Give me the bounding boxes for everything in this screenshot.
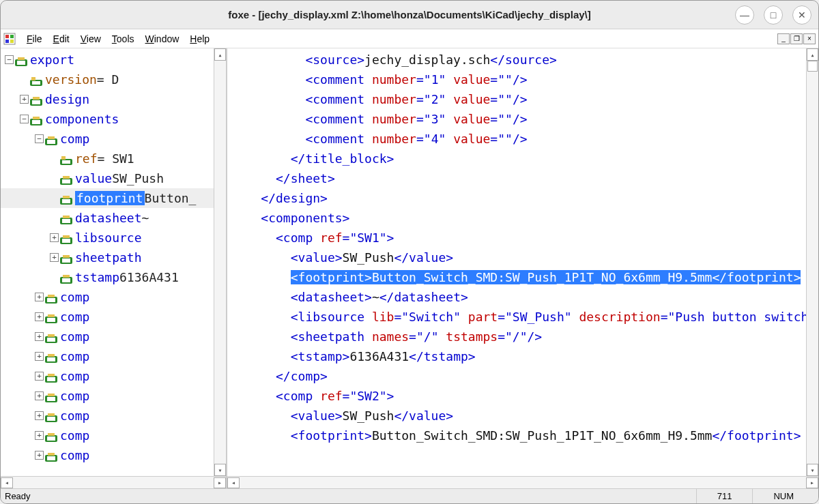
scroll-track[interactable] (214, 61, 226, 464)
scroll-left-icon[interactable]: ◂ (227, 477, 240, 488)
xml-line[interactable]: <comment number="3" value=""/> (227, 109, 818, 129)
xml-line[interactable]: <footprint>Button_Switch_SMD:SW_Push_1P1… (227, 426, 818, 445)
tree-row[interactable]: −export (1, 50, 226, 70)
expand-icon[interactable]: + (35, 391, 44, 400)
maximize-button[interactable]: □ (764, 5, 783, 25)
xml-body[interactable]: <source>jechy_display.sch</source> <comm… (227, 48, 818, 476)
tree-node-label: comp (60, 369, 89, 383)
tree-node-label: comp (60, 448, 89, 462)
tree-row[interactable]: +libsource (1, 228, 226, 248)
xml-line[interactable]: <comment number="2" value=""/> (227, 89, 818, 109)
svg-rect-55 (48, 374, 55, 376)
menu-edit[interactable]: Edit (48, 32, 75, 46)
xml-line[interactable]: <components> (227, 208, 818, 228)
expand-icon[interactable]: + (35, 372, 44, 381)
xml-line[interactable]: <source>jechy_display.sch</source> (227, 50, 818, 70)
xml-line[interactable]: <tstamp>6136A431</tstamp> (227, 346, 818, 366)
xml-vertical-scrollbar[interactable]: ▴ ▾ (806, 48, 818, 476)
svg-rect-2 (10, 35, 14, 38)
xml-line[interactable]: </comp> (227, 366, 818, 386)
tree-row[interactable]: +comp (1, 287, 226, 307)
tree-row[interactable]: footprint Button_ (1, 188, 226, 208)
xml-line[interactable]: <libsource lib="Switch" part="SW_Push" d… (227, 307, 818, 327)
scroll-right-icon[interactable]: ▸ (806, 477, 818, 488)
xml-line[interactable]: </design> (227, 188, 818, 208)
window-controls: — □ ✕ (735, 5, 811, 25)
tree-row[interactable]: −comp (1, 129, 226, 149)
tree-row[interactable]: +comp (1, 445, 226, 465)
tree-horizontal-scrollbar[interactable]: ◂ ▸ (1, 476, 226, 488)
status-position: 711 (696, 489, 753, 503)
tree-row[interactable]: +sheetpath (1, 248, 226, 267)
scroll-thumb[interactable] (807, 61, 818, 72)
tree-row[interactable]: ref = SW1 (1, 149, 226, 168)
tree-row[interactable]: +comp (1, 426, 226, 445)
collapse-icon[interactable]: − (35, 134, 44, 143)
xml-line[interactable]: <comp ref="SW2"> (227, 386, 818, 406)
scroll-left-icon[interactable]: ◂ (1, 477, 13, 488)
menu-help[interactable]: Help (184, 32, 215, 46)
mdi-restore-button[interactable]: ❐ (790, 33, 803, 44)
tree-row[interactable]: +comp (1, 327, 226, 346)
tree-row[interactable]: +comp (1, 307, 226, 327)
menu-view[interactable]: View (75, 32, 106, 46)
expand-icon[interactable]: + (50, 233, 59, 242)
expand-icon[interactable]: + (35, 312, 44, 321)
tree-row[interactable]: version = D (1, 70, 226, 89)
xml-line[interactable]: <comment number="1" value=""/> (227, 70, 818, 89)
xml-line[interactable]: <value>SW_Push</value> (227, 248, 818, 267)
scroll-up-icon[interactable]: ▴ (807, 48, 818, 61)
xml-line[interactable]: <comp ref="SW1"> (227, 228, 818, 248)
svg-rect-54 (47, 377, 55, 381)
tree-node-label: footprint (75, 191, 145, 205)
scroll-down-icon[interactable]: ▾ (807, 464, 818, 476)
menu-tools[interactable]: Tools (106, 32, 140, 46)
xml-line[interactable]: </sheet> (227, 168, 818, 188)
tree-row[interactable]: −components (1, 109, 226, 129)
tree-vertical-scrollbar[interactable]: ▴ ▾ (214, 48, 226, 476)
menu-window[interactable]: Window (140, 32, 185, 46)
xml-horizontal-scrollbar[interactable]: ◂ ▸ (227, 476, 818, 488)
tree-row[interactable]: datasheet ~ (1, 208, 226, 228)
tree-node-label: datasheet (75, 211, 142, 225)
mdi-minimize-button[interactable]: _ (777, 33, 790, 44)
xml-line[interactable]: <footprint>Button_Switch_SMD:SW_Push_1P1… (227, 267, 818, 287)
tree-row[interactable]: value SW_Push (1, 168, 226, 188)
close-button[interactable]: ✕ (792, 5, 811, 25)
expand-icon[interactable]: + (50, 253, 59, 262)
scroll-right-icon[interactable]: ▸ (214, 477, 226, 488)
collapse-icon[interactable]: − (20, 115, 29, 123)
xml-line[interactable]: </title_block> (227, 149, 818, 168)
tree-row[interactable]: +comp (1, 406, 226, 426)
xml-line[interactable]: <datasheet>~</datasheet> (227, 287, 818, 307)
tree-body[interactable]: −exportversion = D+design−components−com… (1, 48, 226, 476)
tree-row[interactable]: tstamp 6136A431 (1, 267, 226, 287)
tree-row[interactable]: +design (1, 89, 226, 109)
tree-row[interactable]: +comp (1, 366, 226, 386)
expand-icon[interactable]: + (35, 451, 44, 460)
attribute-icon (30, 75, 42, 85)
xml-line[interactable]: <value>SW_Push</value> (227, 406, 818, 426)
expand-icon[interactable]: + (35, 431, 44, 440)
minimize-button[interactable]: — (735, 5, 754, 25)
scroll-down-icon[interactable]: ▾ (214, 464, 226, 476)
xml-line[interactable]: <comment number="4" value=""/> (227, 129, 818, 149)
expand-icon[interactable]: + (20, 95, 29, 104)
expand-icon[interactable]: + (35, 352, 44, 361)
expand-icon[interactable]: + (35, 411, 44, 420)
menu-file[interactable]: File (21, 32, 48, 46)
tree-row[interactable]: +comp (1, 386, 226, 406)
tree-row[interactable]: +comp (1, 346, 226, 366)
expand-icon[interactable]: + (35, 293, 44, 301)
svg-rect-33 (62, 239, 70, 243)
xml-line[interactable]: <sheetpath names="/" tstamps="/"/> (227, 327, 818, 346)
expand-icon[interactable]: + (35, 332, 44, 341)
svg-rect-64 (48, 433, 55, 436)
scroll-up-icon[interactable]: ▴ (214, 48, 226, 61)
svg-rect-25 (63, 176, 70, 179)
mdi-close-button[interactable]: × (803, 33, 816, 44)
svg-rect-10 (31, 77, 35, 80)
tree-node-label: comp (60, 329, 89, 344)
collapse-icon[interactable]: − (5, 55, 14, 64)
scroll-track[interactable] (807, 61, 818, 464)
